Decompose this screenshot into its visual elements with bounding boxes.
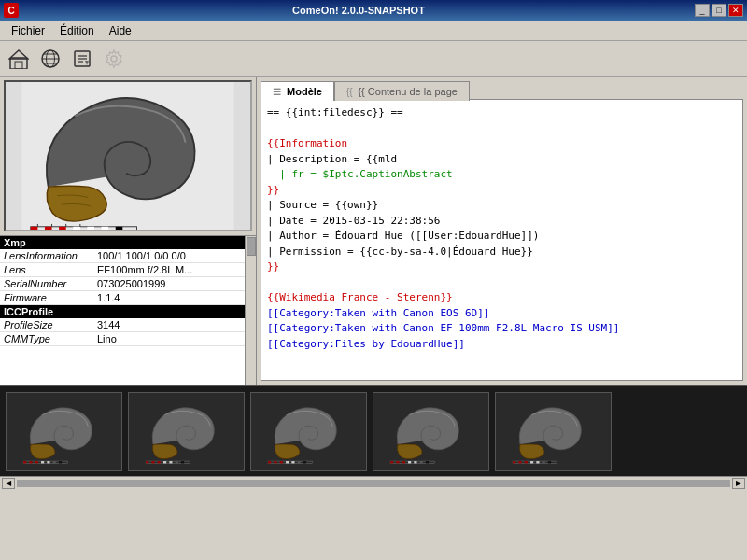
editor-line [267,275,737,291]
editor-line: | Description = {{mld [267,152,737,168]
main-content: XmpLensInformation100/1 100/1 0/0 0/0Len… [0,77,747,385]
svg-rect-17 [45,227,52,231]
svg-rect-40 [158,461,161,463]
editor-line: {{Information [267,136,737,152]
editor-line: | Author = Édouard Hue ([[User:EdouardHu… [267,229,737,245]
editor-line: }} [267,259,737,275]
svg-rect-70 [543,461,545,463]
scroll-track[interactable] [17,480,730,487]
editor-line: }} [267,183,737,199]
tab-modele[interactable]: ☰ Modèle [261,81,334,101]
meta-row: LensEF100mm f/2.8L M... [0,263,256,277]
meta-scrollbar[interactable] [245,236,256,385]
minimize-button[interactable]: _ [695,4,710,17]
svg-rect-69 [536,461,539,463]
meta-value: 100/1 100/1 0/0 0/0 [93,249,256,263]
tab-contenu[interactable]: {{ {{ Contenu de la page [334,81,470,101]
svg-rect-57 [396,461,399,463]
maximize-button[interactable]: □ [712,4,726,17]
meta-key: SerialNumber [0,277,93,291]
svg-rect-60 [414,461,416,463]
svg-rect-20 [87,227,94,231]
svg-rect-35 [59,461,62,463]
meta-key: Lens [0,263,93,277]
home-button[interactable] [4,44,34,74]
meta-key: ProfileSize [0,318,93,332]
editor-line: [[Category:Taken with Canon EOS 6D]] [267,306,737,322]
globe-button[interactable] [35,44,65,74]
scroll-left-button[interactable]: ◀ [2,478,15,489]
svg-rect-32 [41,461,44,463]
meta-section-header: ICCProfile [0,305,256,319]
tab-bar: ☰ Modèle {{ {{ Contenu de la page [261,80,743,100]
meta-section-header: Xmp [0,236,256,249]
thumbnail[interactable] [495,392,612,471]
thumbnail[interactable] [250,392,367,471]
thumbnail-strip [0,385,747,476]
meta-value: 1.1.4 [93,291,256,305]
svg-rect-71 [548,461,551,463]
svg-rect-66 [518,461,521,463]
tab-contenu-label: {{ Contenu de la page [358,86,457,97]
window-title: ComeOn! 2.0.0-SNAPSHOT [22,5,695,16]
meta-row: CMMTypeLino [0,332,256,346]
scroll-right-button[interactable]: ▶ [732,478,745,489]
thumbnail[interactable] [373,392,489,471]
svg-rect-41 [163,461,166,463]
svg-rect-49 [280,461,283,463]
thumbnail[interactable] [128,392,245,471]
svg-rect-22 [116,227,123,231]
metadata-panel: XmpLensInformation100/1 100/1 0/0 0/0Len… [0,235,256,385]
meta-row: ProfileSize3144 [0,318,256,332]
meta-value: 3144 [93,318,256,332]
menu-fichier[interactable]: Fichier [4,22,52,39]
svg-rect-56 [390,461,393,463]
svg-rect-29 [23,461,26,463]
thumbnail[interactable] [6,392,122,471]
svg-rect-31 [35,461,38,463]
svg-rect-68 [530,461,533,463]
meta-value: 073025001999 [93,277,256,291]
close-button[interactable]: ✕ [728,4,743,17]
meta-row: LensInformation100/1 100/1 0/0 0/0 [0,249,256,263]
svg-rect-52 [298,461,301,463]
svg-rect-62 [426,461,429,463]
svg-point-13 [111,56,117,62]
svg-rect-34 [53,461,56,463]
svg-marker-12 [85,61,89,65]
meta-key: CMMType [0,332,93,346]
editor-line: [[Category:Files by EdouardHue]] [267,337,737,353]
svg-rect-2 [15,62,22,69]
editor-line: | Date = 2015-03-15 22:38:56 [267,214,737,230]
svg-rect-39 [151,461,154,463]
tab-modele-icon: ☰ [273,87,281,97]
editor-line: | fr = $Iptc.CaptionAbstract [267,167,737,183]
meta-value: EF100mm f/2.8L M... [93,263,256,277]
svg-rect-33 [47,461,49,463]
toolbar [0,41,747,77]
meta-row: Firmware1.1.4 [0,291,256,305]
menu-aide[interactable]: Aide [102,22,139,39]
svg-rect-47 [268,461,271,463]
svg-rect-0 [10,58,27,69]
svg-rect-53 [303,461,306,463]
settings-button[interactable] [99,44,129,74]
edit-button[interactable] [67,44,97,74]
editor-content[interactable]: == {{int:filedesc}} == {{Information| De… [261,99,743,381]
menu-bar: Fichier Édition Aide [0,21,747,41]
svg-rect-21 [102,227,109,231]
svg-rect-19 [73,227,80,231]
menu-edition[interactable]: Édition [52,22,102,39]
svg-rect-43 [176,461,178,463]
editor-line: | Permission = {{cc-by-sa-4.0|Édouard Hu… [267,245,737,260]
svg-rect-30 [29,461,32,463]
tab-contenu-icon: {{ [346,87,355,97]
svg-rect-58 [402,461,405,463]
tab-modele-label: Modèle [287,86,322,97]
svg-rect-38 [146,461,148,463]
svg-rect-50 [286,461,289,463]
svg-rect-61 [420,461,423,463]
left-panel: XmpLensInformation100/1 100/1 0/0 0/0Len… [0,77,257,385]
meta-key: LensInformation [0,249,93,263]
editor-line: {{Wikimedia France - Sterenn}} [267,290,737,306]
